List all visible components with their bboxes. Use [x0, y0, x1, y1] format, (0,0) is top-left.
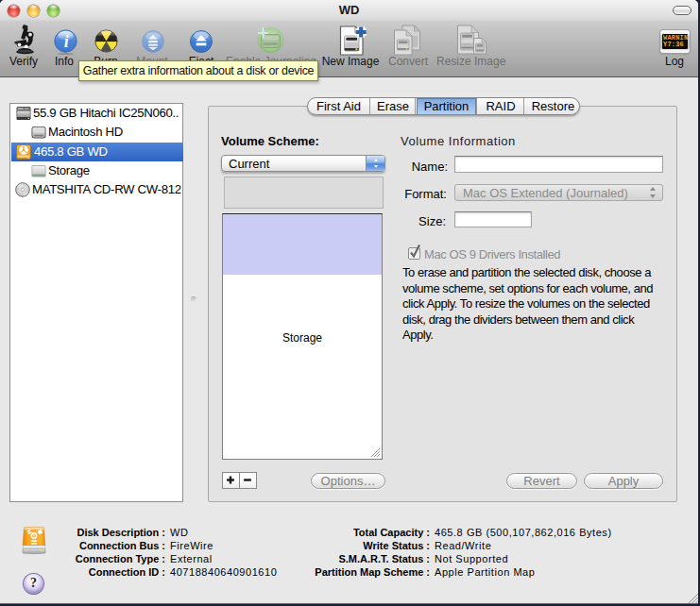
svg-text:i: i [64, 32, 69, 51]
